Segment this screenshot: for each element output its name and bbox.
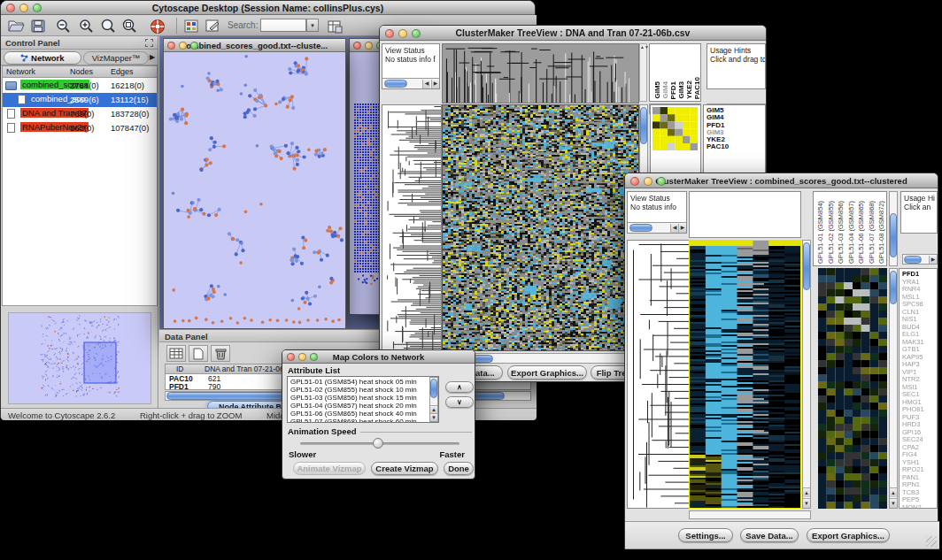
close-icon[interactable] bbox=[630, 177, 639, 186]
tv2-save-data-button[interactable]: Save Data... bbox=[740, 528, 799, 542]
scroll-up-icon[interactable]: ▲ bbox=[430, 405, 437, 413]
attribute-listbox[interactable]: GPL51-01 (GSM854) heat shock 05 minGPL51… bbox=[287, 376, 439, 423]
tv1-column-labels[interactable]: GIM5GIM4PFD1GIM3YKE2PAC10 bbox=[649, 43, 701, 102]
scroll-right-icon[interactable]: ▶ bbox=[431, 80, 439, 88]
tv1-global-heatmap[interactable] bbox=[442, 104, 639, 351]
scroll-up-icon[interactable]: ▲ bbox=[890, 487, 897, 497]
zoom-fit-icon[interactable] bbox=[120, 18, 139, 35]
dialog-titlebar[interactable]: Map Colors to Network bbox=[282, 350, 475, 364]
tv1-status-scrollbar[interactable]: ◀ ▶ bbox=[382, 78, 439, 88]
scroll-thumb[interactable] bbox=[904, 256, 922, 264]
minimize-icon[interactable] bbox=[365, 42, 373, 50]
close-icon[interactable] bbox=[287, 353, 295, 361]
tv1-row-label[interactable]: PAC10 bbox=[706, 143, 765, 150]
id-column-header[interactable]: ID bbox=[176, 364, 184, 373]
dialog-create-vizmap-button[interactable]: Create Vizmap bbox=[371, 462, 438, 475]
tv2-column-label[interactable]: GPL51-01 (GSM854) bbox=[816, 201, 825, 264]
attribute-list-item[interactable]: GPL51-01 (GSM854) heat shock 05 min bbox=[290, 378, 438, 386]
tv2-column-label[interactable]: GPL51-07 (GSM868) bbox=[868, 201, 876, 264]
tab-network[interactable]: Network bbox=[4, 51, 81, 65]
attribute-list-item[interactable]: GPL51-03 (GSM856) heat shock 15 min bbox=[290, 394, 438, 402]
search-input[interactable] bbox=[260, 19, 306, 32]
minimize-icon[interactable] bbox=[19, 4, 28, 12]
tv2-column-labels-vscrollbar[interactable] bbox=[889, 191, 898, 266]
scroll-thumb[interactable] bbox=[640, 107, 647, 144]
col-edges[interactable]: Edges bbox=[111, 67, 134, 76]
treeview1-titlebar[interactable]: ClusterMaker TreeView : DNA and Tran 07-… bbox=[380, 26, 766, 41]
tv2-export-graphics-button[interactable]: Export Graphics... bbox=[807, 528, 890, 542]
attribute-list-vscrollbar[interactable]: ▲ ▼ bbox=[429, 377, 438, 422]
move-up-button[interactable]: ∧ bbox=[445, 381, 474, 393]
network-row[interactable]: DNA and Tran 07769(0)183728(0) bbox=[3, 107, 157, 121]
new-attribute-icon[interactable] bbox=[189, 345, 208, 362]
tv2-column-label[interactable]: GPL51-06 (GSM865) bbox=[857, 201, 866, 264]
tv2-column-label[interactable]: GPL51-03 (GSM856) bbox=[837, 201, 845, 264]
attribute-select-icon[interactable] bbox=[166, 345, 186, 362]
scroll-thumb[interactable] bbox=[430, 379, 437, 398]
tv1-column-dendrogram[interactable] bbox=[442, 43, 639, 104]
tv2-column-label[interactable]: GPL51-04 (GSM857) bbox=[847, 201, 856, 264]
close-icon[interactable] bbox=[385, 29, 394, 38]
network-overview-canvas[interactable] bbox=[8, 312, 151, 404]
tv2-row-dendrogram[interactable] bbox=[627, 240, 690, 509]
attr-column-header[interactable]: DNA and Tran 07-21-06( bbox=[205, 364, 287, 373]
scroll-thumb[interactable] bbox=[803, 242, 810, 290]
close-icon[interactable] bbox=[6, 4, 15, 12]
network-view-1-canvas[interactable] bbox=[165, 52, 344, 328]
scroll-down-icon[interactable]: ▼ bbox=[803, 498, 810, 508]
tv2-status-scrollbar[interactable]: ◀ ▶ bbox=[628, 222, 686, 233]
tab-vizmapper[interactable]: VizMapper™ bbox=[83, 51, 149, 65]
scroll-up-icon[interactable]: ▲ bbox=[803, 487, 810, 497]
attribute-list-item[interactable]: GPL51-07 (GSM868) heat shock 60 min bbox=[290, 418, 438, 423]
dialog-done-button[interactable]: Done bbox=[444, 462, 474, 475]
tv2-settings-button[interactable]: Settings... bbox=[678, 528, 733, 542]
tv2-heatmap-vscrollbar[interactable]: ▲ ▼ bbox=[802, 240, 811, 509]
vizmap-icon[interactable] bbox=[181, 18, 201, 35]
attribute-browser-icon[interactable] bbox=[325, 18, 344, 35]
close-icon[interactable] bbox=[167, 42, 175, 50]
main-titlebar[interactable]: Cytoscape Desktop (Session Name: collins… bbox=[1, 1, 535, 15]
save-icon[interactable] bbox=[28, 18, 48, 35]
zoom-in-icon[interactable] bbox=[77, 18, 97, 35]
tv2-column-label[interactable]: GPL51-02 (GSM855) bbox=[827, 201, 836, 264]
zoom-window-icon[interactable] bbox=[310, 353, 318, 361]
float-panel-icon[interactable] bbox=[145, 39, 153, 47]
zoom-out-icon[interactable] bbox=[54, 18, 73, 35]
scroll-right-icon[interactable]: ▶ bbox=[678, 224, 686, 233]
col-nodes[interactable]: Nodes bbox=[70, 67, 93, 76]
delete-attribute-icon[interactable] bbox=[211, 345, 230, 362]
scroll-down-icon[interactable]: ▼ bbox=[890, 498, 897, 508]
tv2-row-label[interactable]: MON2 bbox=[902, 504, 937, 510]
minimize-icon[interactable] bbox=[398, 29, 407, 38]
zoom-window-icon[interactable] bbox=[657, 177, 666, 186]
network-row[interactable]: combined_scores2764(0)16218(0) bbox=[3, 79, 157, 93]
tv2-zoom-vscrollbar[interactable]: ▲ ▼ bbox=[889, 268, 898, 509]
network-row[interactable]: RNAPuberNov2+563(0)107847(0) bbox=[3, 121, 157, 135]
zoom-window-icon[interactable] bbox=[33, 4, 42, 12]
scroll-thumb[interactable] bbox=[384, 80, 407, 88]
scroll-thumb[interactable] bbox=[890, 271, 897, 304]
tv2-column-label[interactable]: GPL51-08 (GSM872) bbox=[877, 201, 886, 264]
network-window-titlebar[interactable]: combined_scores_good.txt--cluste... bbox=[164, 39, 345, 52]
network-row[interactable]: combined_sco2569(6)13112(15) bbox=[3, 93, 157, 107]
annotation-icon[interactable] bbox=[203, 18, 222, 35]
resize-grip[interactable] bbox=[926, 536, 937, 547]
scroll-right-icon[interactable]: ▶ bbox=[929, 256, 937, 265]
speed-slider[interactable] bbox=[300, 442, 459, 445]
help-lifesaver-icon[interactable] bbox=[148, 18, 167, 35]
move-down-button[interactable]: ∨ bbox=[445, 396, 474, 408]
minimize-icon[interactable] bbox=[179, 42, 187, 50]
zoom-selected-icon[interactable] bbox=[98, 18, 118, 35]
minimize-icon[interactable] bbox=[298, 353, 306, 361]
slider-thumb[interactable] bbox=[373, 438, 383, 449]
open-file-icon[interactable] bbox=[6, 18, 26, 35]
attribute-list-item[interactable]: GPL51-02 (GSM855) heat shock 10 min bbox=[290, 386, 438, 394]
zoom-window-icon[interactable] bbox=[190, 42, 198, 50]
close-icon[interactable] bbox=[353, 42, 361, 50]
tv1-export-graphics-button[interactable]: Export Graphics... bbox=[507, 365, 587, 380]
scroll-thumb[interactable] bbox=[629, 224, 652, 232]
tv2-row-labels[interactable]: PFD1YRA1RNR4MSL1SPC98CLN1NIS1BUD4ELG1MAK… bbox=[899, 268, 938, 509]
scroll-down-icon[interactable]: ▼ bbox=[430, 413, 437, 421]
scroll-left-icon[interactable]: ◀ bbox=[670, 224, 678, 233]
treeview2-titlebar[interactable]: ClusterMaker TreeView : combined_scores_… bbox=[625, 173, 938, 188]
